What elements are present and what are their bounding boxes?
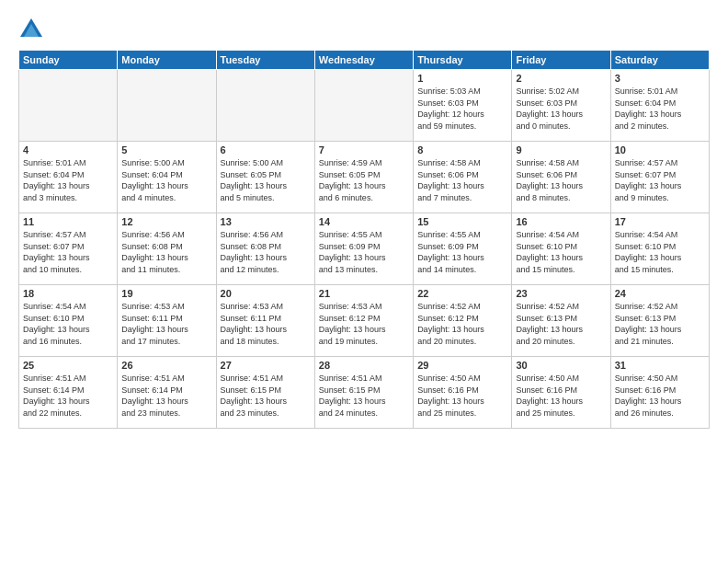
day-info: Sunrise: 4:57 AM Sunset: 6:07 PM Dayligh… bbox=[23, 229, 113, 275]
week-row-2: 4Sunrise: 5:01 AM Sunset: 6:04 PM Daylig… bbox=[19, 142, 710, 213]
calendar-cell: 14Sunrise: 4:55 AM Sunset: 6:09 PM Dayli… bbox=[314, 213, 413, 285]
day-number: 20 bbox=[221, 288, 311, 299]
col-header-thursday: Thursday bbox=[414, 51, 512, 70]
day-info: Sunrise: 4:55 AM Sunset: 6:09 PM Dayligh… bbox=[417, 229, 507, 275]
header bbox=[18, 17, 710, 42]
calendar: SundayMondayTuesdayWednesdayThursdayFrid… bbox=[18, 50, 710, 429]
calendar-cell: 27Sunrise: 4:51 AM Sunset: 6:15 PM Dayli… bbox=[216, 357, 314, 429]
col-header-sunday: Sunday bbox=[19, 51, 118, 70]
day-info: Sunrise: 4:53 AM Sunset: 6:12 PM Dayligh… bbox=[319, 301, 409, 347]
day-info: Sunrise: 4:51 AM Sunset: 6:15 PM Dayligh… bbox=[319, 373, 409, 419]
day-info: Sunrise: 4:54 AM Sunset: 6:10 PM Dayligh… bbox=[615, 229, 705, 275]
day-number: 27 bbox=[221, 360, 311, 371]
calendar-cell: 1Sunrise: 5:03 AM Sunset: 6:03 PM Daylig… bbox=[414, 70, 512, 142]
calendar-cell: 6Sunrise: 5:00 AM Sunset: 6:05 PM Daylig… bbox=[216, 142, 314, 213]
calendar-cell: 19Sunrise: 4:53 AM Sunset: 6:11 PM Dayli… bbox=[118, 285, 216, 357]
day-info: Sunrise: 4:57 AM Sunset: 6:07 PM Dayligh… bbox=[615, 157, 705, 203]
calendar-cell: 21Sunrise: 4:53 AM Sunset: 6:12 PM Dayli… bbox=[314, 285, 413, 357]
day-number: 21 bbox=[319, 288, 409, 299]
day-number: 15 bbox=[417, 216, 507, 227]
logo bbox=[18, 17, 48, 42]
day-info: Sunrise: 4:55 AM Sunset: 6:09 PM Dayligh… bbox=[319, 229, 409, 275]
day-info: Sunrise: 4:51 AM Sunset: 6:14 PM Dayligh… bbox=[121, 373, 211, 419]
day-number: 14 bbox=[319, 216, 409, 227]
calendar-cell: 7Sunrise: 4:59 AM Sunset: 6:05 PM Daylig… bbox=[314, 142, 413, 213]
week-row-4: 18Sunrise: 4:54 AM Sunset: 6:10 PM Dayli… bbox=[19, 285, 710, 357]
col-header-friday: Friday bbox=[512, 51, 610, 70]
day-info: Sunrise: 5:02 AM Sunset: 6:03 PM Dayligh… bbox=[516, 86, 606, 132]
calendar-cell: 28Sunrise: 4:51 AM Sunset: 6:15 PM Dayli… bbox=[314, 357, 413, 429]
calendar-cell: 5Sunrise: 5:00 AM Sunset: 6:04 PM Daylig… bbox=[118, 142, 216, 213]
day-info: Sunrise: 5:00 AM Sunset: 6:04 PM Dayligh… bbox=[121, 157, 211, 203]
day-info: Sunrise: 4:52 AM Sunset: 6:12 PM Dayligh… bbox=[417, 301, 507, 347]
calendar-cell: 20Sunrise: 4:53 AM Sunset: 6:11 PM Dayli… bbox=[216, 285, 314, 357]
day-number: 26 bbox=[121, 360, 211, 371]
day-number: 7 bbox=[319, 144, 409, 155]
day-info: Sunrise: 5:03 AM Sunset: 6:03 PM Dayligh… bbox=[417, 86, 507, 132]
day-number: 6 bbox=[221, 144, 311, 155]
calendar-cell: 26Sunrise: 4:51 AM Sunset: 6:14 PM Dayli… bbox=[118, 357, 216, 429]
week-row-5: 25Sunrise: 4:51 AM Sunset: 6:14 PM Dayli… bbox=[19, 357, 710, 429]
day-info: Sunrise: 4:50 AM Sunset: 6:16 PM Dayligh… bbox=[615, 373, 705, 419]
header-row: SundayMondayTuesdayWednesdayThursdayFrid… bbox=[19, 51, 710, 70]
day-number: 31 bbox=[615, 360, 705, 371]
day-info: Sunrise: 4:51 AM Sunset: 6:14 PM Dayligh… bbox=[23, 373, 113, 419]
day-number: 19 bbox=[121, 288, 211, 299]
day-info: Sunrise: 5:01 AM Sunset: 6:04 PM Dayligh… bbox=[615, 86, 705, 132]
day-number: 18 bbox=[23, 288, 113, 299]
calendar-cell: 12Sunrise: 4:56 AM Sunset: 6:08 PM Dayli… bbox=[118, 213, 216, 285]
calendar-cell: 17Sunrise: 4:54 AM Sunset: 6:10 PM Dayli… bbox=[610, 213, 709, 285]
day-info: Sunrise: 4:58 AM Sunset: 6:06 PM Dayligh… bbox=[417, 157, 507, 203]
day-info: Sunrise: 4:50 AM Sunset: 6:16 PM Dayligh… bbox=[417, 373, 507, 419]
day-info: Sunrise: 4:50 AM Sunset: 6:16 PM Dayligh… bbox=[516, 373, 606, 419]
calendar-cell: 16Sunrise: 4:54 AM Sunset: 6:10 PM Dayli… bbox=[512, 213, 610, 285]
day-number: 17 bbox=[615, 216, 705, 227]
calendar-cell: 9Sunrise: 4:58 AM Sunset: 6:06 PM Daylig… bbox=[512, 142, 610, 213]
week-row-3: 11Sunrise: 4:57 AM Sunset: 6:07 PM Dayli… bbox=[19, 213, 710, 285]
day-number: 24 bbox=[615, 288, 705, 299]
col-header-wednesday: Wednesday bbox=[314, 51, 413, 70]
calendar-cell: 15Sunrise: 4:55 AM Sunset: 6:09 PM Dayli… bbox=[414, 213, 512, 285]
day-number: 3 bbox=[615, 73, 705, 84]
day-info: Sunrise: 4:54 AM Sunset: 6:10 PM Dayligh… bbox=[516, 229, 606, 275]
calendar-cell: 31Sunrise: 4:50 AM Sunset: 6:16 PM Dayli… bbox=[610, 357, 709, 429]
day-info: Sunrise: 4:54 AM Sunset: 6:10 PM Dayligh… bbox=[23, 301, 113, 347]
col-header-tuesday: Tuesday bbox=[216, 51, 314, 70]
day-info: Sunrise: 4:53 AM Sunset: 6:11 PM Dayligh… bbox=[221, 301, 311, 347]
calendar-cell: 22Sunrise: 4:52 AM Sunset: 6:12 PM Dayli… bbox=[414, 285, 512, 357]
day-number: 16 bbox=[516, 216, 606, 227]
day-info: Sunrise: 4:51 AM Sunset: 6:15 PM Dayligh… bbox=[221, 373, 311, 419]
day-info: Sunrise: 5:00 AM Sunset: 6:05 PM Dayligh… bbox=[221, 157, 311, 203]
calendar-cell: 30Sunrise: 4:50 AM Sunset: 6:16 PM Dayli… bbox=[512, 357, 610, 429]
day-number: 23 bbox=[516, 288, 606, 299]
day-number: 28 bbox=[319, 360, 409, 371]
day-number: 25 bbox=[23, 360, 113, 371]
day-number: 8 bbox=[417, 144, 507, 155]
logo-icon bbox=[18, 17, 44, 42]
day-number: 10 bbox=[615, 144, 705, 155]
day-number: 1 bbox=[417, 73, 507, 84]
day-info: Sunrise: 4:52 AM Sunset: 6:13 PM Dayligh… bbox=[615, 301, 705, 347]
calendar-cell: 2Sunrise: 5:02 AM Sunset: 6:03 PM Daylig… bbox=[512, 70, 610, 142]
calendar-cell: 10Sunrise: 4:57 AM Sunset: 6:07 PM Dayli… bbox=[610, 142, 709, 213]
day-number: 11 bbox=[23, 216, 113, 227]
calendar-cell bbox=[118, 70, 216, 142]
calendar-cell bbox=[314, 70, 413, 142]
calendar-cell: 29Sunrise: 4:50 AM Sunset: 6:16 PM Dayli… bbox=[414, 357, 512, 429]
day-number: 29 bbox=[417, 360, 507, 371]
calendar-cell: 4Sunrise: 5:01 AM Sunset: 6:04 PM Daylig… bbox=[19, 142, 118, 213]
col-header-saturday: Saturday bbox=[610, 51, 709, 70]
day-info: Sunrise: 5:01 AM Sunset: 6:04 PM Dayligh… bbox=[23, 157, 113, 203]
day-number: 12 bbox=[121, 216, 211, 227]
day-info: Sunrise: 4:52 AM Sunset: 6:13 PM Dayligh… bbox=[516, 301, 606, 347]
day-number: 4 bbox=[23, 144, 113, 155]
week-row-1: 1Sunrise: 5:03 AM Sunset: 6:03 PM Daylig… bbox=[19, 70, 710, 142]
calendar-cell: 3Sunrise: 5:01 AM Sunset: 6:04 PM Daylig… bbox=[610, 70, 709, 142]
calendar-cell: 8Sunrise: 4:58 AM Sunset: 6:06 PM Daylig… bbox=[414, 142, 512, 213]
calendar-cell: 18Sunrise: 4:54 AM Sunset: 6:10 PM Dayli… bbox=[19, 285, 118, 357]
day-info: Sunrise: 4:56 AM Sunset: 6:08 PM Dayligh… bbox=[221, 229, 311, 275]
calendar-cell bbox=[216, 70, 314, 142]
page: SundayMondayTuesdayWednesdayThursdayFrid… bbox=[0, 0, 728, 563]
day-number: 30 bbox=[516, 360, 606, 371]
day-number: 2 bbox=[516, 73, 606, 84]
